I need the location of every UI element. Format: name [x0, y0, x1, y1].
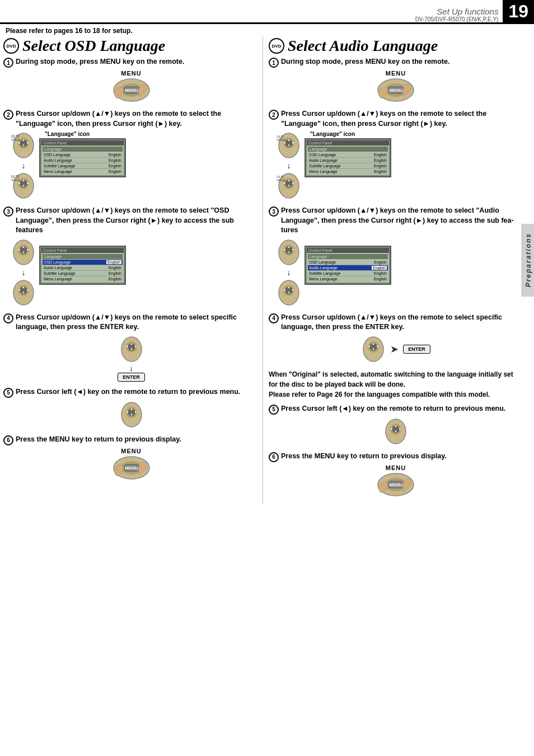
- right-step-2-text: Press Cursor up/down (▲/▼) keys on the r…: [281, 109, 523, 129]
- step-1-text: During stop mode, press MENU key on the …: [16, 57, 184, 67]
- svg-text:▼: ▼: [22, 251, 25, 254]
- svg-text:◄: ◄: [390, 427, 393, 430]
- enter-key-left: ENTER: [118, 373, 145, 382]
- svg-text:►: ►: [26, 288, 30, 292]
- svg-text:►: ►: [399, 427, 402, 430]
- right-step-2-image: ▲ ▼ ◄ ► MULTI CONTROL ↓ ▲ ▼ ◄: [277, 131, 523, 200]
- language-icon-label-left-2: "Language" icon: [45, 131, 90, 137]
- svg-text:▼: ▼: [22, 144, 25, 147]
- step-num-4: 4: [3, 313, 13, 323]
- right-remote-3a: ▲ ▼ ◄ ►: [277, 238, 301, 267]
- right-step-2: 2 Press Cursor up/down (▲/▼) keys on the…: [269, 109, 523, 200]
- left-step-3: 3 Press Cursor up/down (▲/▼) keys on the…: [3, 206, 259, 307]
- step-1-image: MENU MENU: [3, 70, 259, 104]
- right-step-num-3: 3: [269, 206, 279, 217]
- remote-2b: ▲ ▼ ◄ ► MULTI CONTROL: [11, 171, 36, 200]
- right-remote-1: MENU: [376, 77, 415, 104]
- svg-text:▼: ▼: [287, 251, 291, 254]
- svg-text:▲: ▲: [22, 179, 25, 182]
- right-step-num-2: 2: [269, 110, 279, 120]
- svg-text:CONTROL: CONTROL: [277, 138, 285, 142]
- right-osd-screen-2: Control Panel Language OSD LanguageEngli…: [305, 138, 391, 177]
- svg-text:▲: ▲: [287, 138, 291, 142]
- svg-text:▼: ▼: [287, 291, 291, 294]
- left-step-2: 2 Press Cursor up/down (▲/▼) keys on the…: [3, 109, 259, 200]
- step-num-5: 5: [3, 388, 13, 398]
- svg-text:▲: ▲: [130, 342, 133, 345]
- svg-text:MENU: MENU: [125, 88, 138, 93]
- right-step-num-5: 5: [269, 405, 279, 415]
- svg-text:◄: ◄: [17, 288, 21, 292]
- note-text: When "Original" is selected, automatic s…: [269, 370, 513, 398]
- osd-screen-2: Control Panel Language OSD LanguageEngli…: [39, 138, 126, 177]
- remote-3a: ▲ ▼ ◄ ►: [11, 238, 36, 267]
- svg-text:►: ►: [292, 288, 295, 292]
- right-step-1-image: MENU MENU: [269, 70, 523, 104]
- remote-4a: ▲ ▼ ◄ ►: [119, 335, 144, 364]
- step-num-6: 6: [3, 435, 13, 445]
- enter-key-right: ENTER: [403, 345, 430, 354]
- svg-text:▲: ▲: [22, 245, 25, 248]
- svg-text:►: ►: [376, 345, 380, 348]
- step-4-image: ▲ ▼ ◄ ► ↓ ENTER: [3, 335, 259, 382]
- step-num-3: 3: [3, 206, 13, 217]
- svg-text:▼: ▼: [130, 348, 133, 351]
- right-step-5-image: ▲ ▼ ◄ ►: [269, 417, 523, 446]
- svg-text:MENU: MENU: [389, 482, 402, 487]
- svg-text:MULTI: MULTI: [11, 134, 19, 138]
- right-step-4: 4 Press Cursor up/down (▲/▼) keys on the…: [269, 313, 523, 364]
- right-step-6: 6 Press the MENU key to return to previo…: [269, 452, 523, 498]
- right-remote-2a: ▲ ▼ ◄ ► MULTI CONTROL: [277, 131, 301, 160]
- svg-text:◄: ◄: [283, 248, 286, 251]
- svg-text:◄: ◄: [17, 248, 21, 251]
- right-remote-5: ▲ ▼ ◄ ►: [383, 417, 408, 446]
- right-remote-4: ▲ ▼ ◄ ►: [361, 335, 386, 364]
- page-header: Set Up functions DV-705/DVF-R5070 (EN/K,…: [0, 0, 534, 24]
- svg-text:►: ►: [292, 181, 295, 185]
- remote-2a: ▲ ▼ ◄ ► MULTI CONTROL: [11, 131, 36, 160]
- sidebar-tab: Preparations: [522, 224, 534, 297]
- set-up-label: Set Up functions: [437, 7, 498, 16]
- svg-text:◄: ◄: [367, 345, 371, 348]
- step-5-image: ▲ ▼ ◄ ►: [3, 400, 259, 429]
- left-title-text: Select OSD Language: [22, 38, 165, 54]
- step-num-1: 1: [3, 58, 13, 68]
- left-step-1: 1 During stop mode, press MENU key on th…: [3, 57, 259, 104]
- svg-text:▲: ▲: [287, 179, 291, 182]
- svg-text:►: ►: [134, 410, 138, 414]
- step-3-image: ▲ ▼ ◄ ► ↓ ▲ ▼ ◄ ►: [11, 238, 259, 307]
- dvd-icon-left: DVD: [3, 38, 19, 54]
- right-note: When "Original" is selected, automatic s…: [269, 369, 523, 400]
- svg-text:▲: ▲: [372, 342, 375, 345]
- svg-text:CONTROL: CONTROL: [11, 179, 20, 182]
- svg-text:►: ►: [26, 141, 30, 144]
- right-remote-3b: ▲ ▼ ◄ ►: [277, 278, 301, 307]
- top-instruction: Please refer to pages 16 to 18 for setup…: [0, 24, 534, 36]
- right-step-3-text: Press Cursor up/down (▲/▼) keys on the r…: [281, 206, 523, 236]
- svg-text:▼: ▼: [130, 413, 133, 416]
- remote-6: MENU: [112, 454, 151, 481]
- left-section-title: DVD Select OSD Language: [3, 38, 259, 54]
- svg-text:▲: ▲: [287, 245, 291, 248]
- svg-text:▲: ▲: [22, 138, 25, 142]
- svg-text:▲: ▲: [287, 285, 291, 289]
- svg-text:◄: ◄: [125, 410, 129, 414]
- svg-text:►: ►: [292, 141, 295, 144]
- right-step-6-text: Press the MENU key to return to previous…: [281, 452, 447, 462]
- svg-text:►: ►: [26, 181, 30, 185]
- right-step-3: 3 Press Cursor up/down (▲/▼) keys on the…: [269, 206, 523, 307]
- right-step-5-text: Press Cursor left (◄) key on the remote …: [281, 404, 505, 414]
- svg-text:▲: ▲: [22, 285, 25, 289]
- header-text-area: Set Up functions DV-705/DVF-R5070 (EN/K,…: [415, 0, 503, 22]
- svg-text:▼: ▼: [22, 184, 25, 187]
- right-remote-2b: ▲ ▼ ◄ ► MULTI CONTROL: [277, 171, 301, 200]
- step-4-text: Press Cursor up/down (▲/▼) keys on the r…: [16, 313, 259, 332]
- menu-label-1: MENU: [121, 70, 141, 77]
- remote-svg-1: MENU: [112, 77, 151, 104]
- step-2-text: Press Cursor up/down (▲/▼) keys on the r…: [16, 109, 259, 129]
- svg-text:▲: ▲: [130, 407, 133, 411]
- svg-text:▼: ▼: [22, 291, 25, 294]
- svg-text:CONTROL: CONTROL: [277, 179, 285, 182]
- right-step-num-4: 4: [269, 313, 279, 323]
- right-osd-screen-3: Control Panel Language OSD LanguageEngli…: [305, 246, 391, 285]
